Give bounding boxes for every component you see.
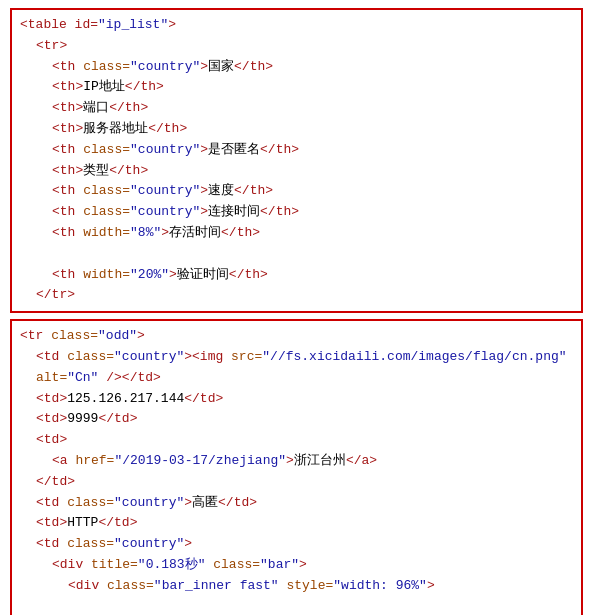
bottom-section: <tr class="odd"> <td class="country"><im… bbox=[10, 319, 583, 615]
main-container: <table id="ip_list"> <tr> <th class="cou… bbox=[0, 0, 593, 615]
top-section: <table id="ip_list"> <tr> <th class="cou… bbox=[10, 8, 583, 313]
tr-open: <tr> bbox=[36, 36, 67, 57]
table-tag-label: <table id="ip_list"> bbox=[20, 17, 176, 32]
